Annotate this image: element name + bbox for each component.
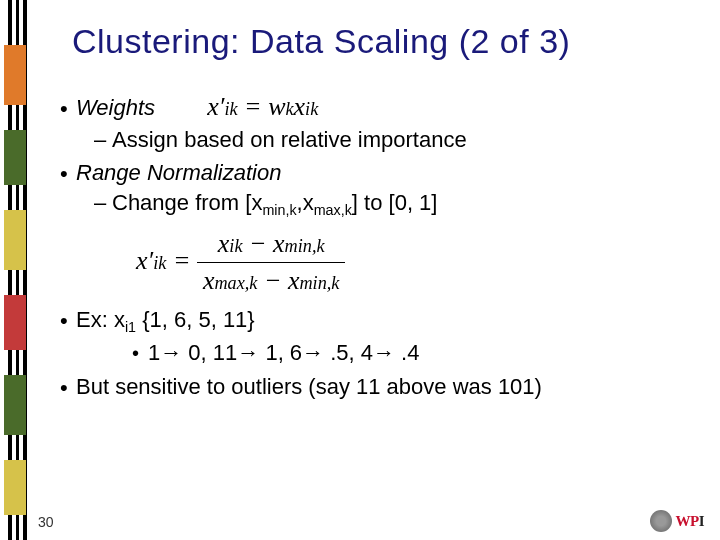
fr-lhs-sub: ik bbox=[153, 253, 166, 273]
sub-bullet-range: – Change from [xmin,k,xmax,k] to [0, 1] bbox=[94, 189, 710, 220]
dash-icon: – bbox=[94, 126, 112, 154]
bullet-weights-row: Weights x′ik = wkxik bbox=[76, 91, 710, 124]
rng-s1: min,k bbox=[262, 202, 296, 218]
sidebar-block bbox=[4, 295, 26, 350]
sub-bullet-weights-text: Assign based on relative importance bbox=[112, 126, 710, 154]
sidebar-block bbox=[4, 210, 26, 270]
bullet-dot-icon: • bbox=[60, 163, 76, 185]
bullet-weights: • Weights x′ik = wkxik bbox=[60, 91, 710, 124]
wpi-seal-icon bbox=[650, 510, 672, 532]
bullet-outlier-text: But sensitive to outliers (say 11 above … bbox=[76, 373, 710, 401]
fr-num-a-sub: ik bbox=[229, 236, 242, 256]
bullet-range: • Range Normalization bbox=[60, 159, 710, 187]
bullet-dot-icon: • bbox=[60, 377, 76, 399]
wpi-wordmark: WPI bbox=[675, 513, 704, 530]
rng-s2: max,k bbox=[314, 202, 352, 218]
bullet-range-label: Range Normalization bbox=[76, 159, 710, 187]
fr-den-b: x bbox=[288, 266, 300, 295]
f-wsub: k bbox=[285, 99, 293, 119]
bullet-outlier: • But sensitive to outliers (say 11 abov… bbox=[60, 373, 710, 401]
bullet-weights-label: Weights bbox=[76, 95, 155, 120]
slide-title: Clustering: Data Scaling (2 of 3) bbox=[72, 22, 710, 61]
sidebar-block bbox=[4, 45, 26, 105]
f-x: x bbox=[294, 92, 306, 121]
f-eq: = bbox=[238, 92, 269, 121]
sidebar-block bbox=[4, 460, 26, 515]
bullet-list: • Weights x′ik = wkxik – Assign based on… bbox=[60, 91, 710, 400]
sub-bullet-range-text: Change from [xmin,k,xmax,k] to [0, 1] bbox=[112, 189, 710, 220]
sidebar-block bbox=[4, 130, 26, 185]
slide-content: Clustering: Data Scaling (2 of 3) • Weig… bbox=[50, 0, 710, 540]
rng-post: ] to [0, 1] bbox=[352, 190, 438, 215]
fr-num-b-sub: min,k bbox=[285, 236, 325, 256]
fr-num-b: x bbox=[273, 229, 285, 258]
fr-den-a: x bbox=[203, 266, 215, 295]
f-w: w bbox=[268, 92, 285, 121]
rng-mid: ,x bbox=[297, 190, 314, 215]
wpi-logo: WPI bbox=[650, 510, 704, 532]
fr-lhs: x′ bbox=[136, 246, 153, 275]
fr-num-a: x bbox=[218, 229, 230, 258]
fr-den-a-sub: max,k bbox=[214, 273, 257, 293]
sub-bullet-weights: – Assign based on relative importance bbox=[94, 126, 710, 154]
bullet-dot-icon: • bbox=[60, 98, 76, 120]
sub-sub-bullet-mapping: • 1→ 0, 11→ 1, 6→ .5, 4→ .4 bbox=[132, 339, 710, 367]
ex-sub: i1 bbox=[125, 319, 136, 335]
bullet-example-text: Ex: xi1 {1, 6, 5, 11} bbox=[76, 306, 710, 337]
decorative-sidebar bbox=[0, 0, 36, 540]
fr-eq: = bbox=[166, 246, 197, 275]
bullet-dot-icon: • bbox=[132, 343, 148, 363]
fr-minus1: − bbox=[243, 229, 274, 258]
mapping-text: 1→ 0, 11→ 1, 6→ .5, 4→ .4 bbox=[148, 339, 710, 367]
fr-minus2: − bbox=[257, 266, 288, 295]
slide: Clustering: Data Scaling (2 of 3) • Weig… bbox=[0, 0, 720, 540]
f-lhs-sub: ik bbox=[224, 99, 237, 119]
fr-den-b-sub: min,k bbox=[299, 273, 339, 293]
fraction: xik − xmin,kxmax,k − xmin,k bbox=[197, 228, 345, 298]
formula-range-normalization: x′ik = xik − xmin,kxmax,k − xmin,k bbox=[130, 228, 710, 298]
bullet-dot-icon: • bbox=[60, 310, 76, 332]
slide-number: 30 bbox=[38, 514, 54, 530]
f-xsub: ik bbox=[305, 99, 318, 119]
formula-weights: x′ik = wkxik bbox=[201, 91, 324, 124]
f-lhs: x′ bbox=[207, 92, 224, 121]
ex-post: {1, 6, 5, 11} bbox=[136, 307, 255, 332]
bullet-example: • Ex: xi1 {1, 6, 5, 11} bbox=[60, 306, 710, 337]
ex-pre: Ex: x bbox=[76, 307, 125, 332]
dash-icon: – bbox=[94, 189, 112, 217]
sidebar-block bbox=[4, 375, 26, 435]
rng-pre: Change from [x bbox=[112, 190, 262, 215]
